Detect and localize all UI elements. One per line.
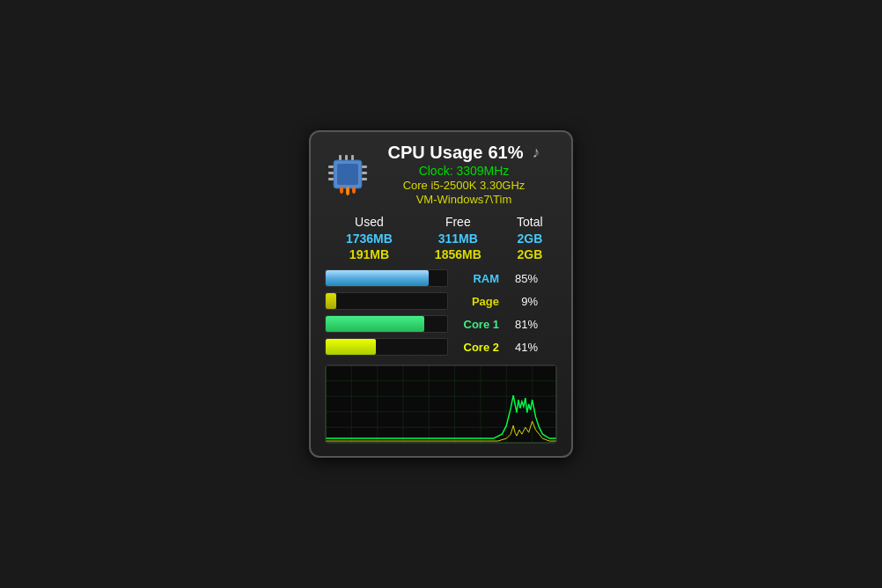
bar-row-core2: Core 2 41% <box>325 338 557 356</box>
bar-row-core1: Core 1 81% <box>325 315 557 333</box>
svg-rect-8 <box>362 165 367 168</box>
cpu-title: CPU Usage <box>388 143 483 163</box>
bars-section: RAM 85% Page 9% Core 1 81% Core 2 41% <box>325 269 557 356</box>
svg-rect-6 <box>328 172 334 174</box>
core1-bar-label: Core 1 <box>455 318 499 331</box>
vm-label: VM-Windows7\Tim <box>371 193 557 206</box>
ram-bar-fill <box>326 270 429 286</box>
ram-free: 311MB <box>414 231 503 246</box>
col-total: Total <box>503 213 557 231</box>
ram-bar-pct: 85% <box>506 272 538 285</box>
core-label: Core i5-2500K 3.30GHz <box>371 179 557 192</box>
music-icon: ♪ <box>532 143 540 162</box>
cpu-percent: 61% <box>488 143 523 163</box>
core2-bar-label: Core 2 <box>455 341 499 354</box>
svg-rect-13 <box>351 155 354 160</box>
page-bar-container <box>325 292 448 310</box>
ram-total: 2GB <box>503 231 557 246</box>
col-free: Free <box>414 213 503 231</box>
svg-rect-7 <box>328 178 334 180</box>
widget-header: CPU Usage 61% ♪ Clock: 3309MHz Core i5-2… <box>325 143 557 206</box>
svg-rect-12 <box>345 155 348 160</box>
svg-point-2 <box>340 187 343 194</box>
page-bar-label: Page <box>455 295 499 308</box>
ram-bar-container <box>325 269 448 287</box>
col-used: Used <box>325 213 414 231</box>
header-info: CPU Usage 61% ♪ Clock: 3309MHz Core i5-2… <box>371 143 557 206</box>
svg-rect-9 <box>362 172 367 174</box>
svg-point-3 <box>346 187 349 195</box>
core1-bar-fill <box>326 316 424 332</box>
page-bar-fill <box>326 293 336 309</box>
clock-label: Clock: 3309MHz <box>371 164 557 178</box>
bar-row-page: Page 9% <box>325 292 557 310</box>
core2-bar-fill <box>326 339 376 355</box>
svg-rect-1 <box>337 164 358 185</box>
svg-rect-11 <box>339 155 342 160</box>
core1-bar-container <box>325 315 448 333</box>
page-total: 2GB <box>503 246 557 262</box>
core2-bar-pct: 41% <box>506 341 538 354</box>
svg-point-4 <box>352 187 356 194</box>
svg-rect-10 <box>362 178 367 180</box>
ram-bar-label: RAM <box>455 272 499 285</box>
stats-table: Used Free Total 1736MB 311MB 2GB 191MB 1… <box>325 213 557 262</box>
page-bar-pct: 9% <box>506 295 538 308</box>
core2-bar-container <box>325 338 448 356</box>
svg-rect-5 <box>328 165 334 168</box>
ram-used: 1736MB <box>325 231 414 246</box>
bar-row-ram: RAM 85% <box>325 269 557 287</box>
page-free: 1856MB <box>414 246 503 262</box>
cpu-widget: CPU Usage 61% ♪ Clock: 3309MHz Core i5-2… <box>309 130 573 458</box>
stats-row-page: 191MB 1856MB 2GB <box>325 246 557 262</box>
cpu-history-graph <box>325 364 557 444</box>
cpu-icon <box>325 151 371 197</box>
page-used: 191MB <box>325 246 414 262</box>
core1-bar-pct: 81% <box>506 318 538 331</box>
stats-row-ram: 1736MB 311MB 2GB <box>325 231 557 246</box>
graph-svg <box>326 365 556 443</box>
